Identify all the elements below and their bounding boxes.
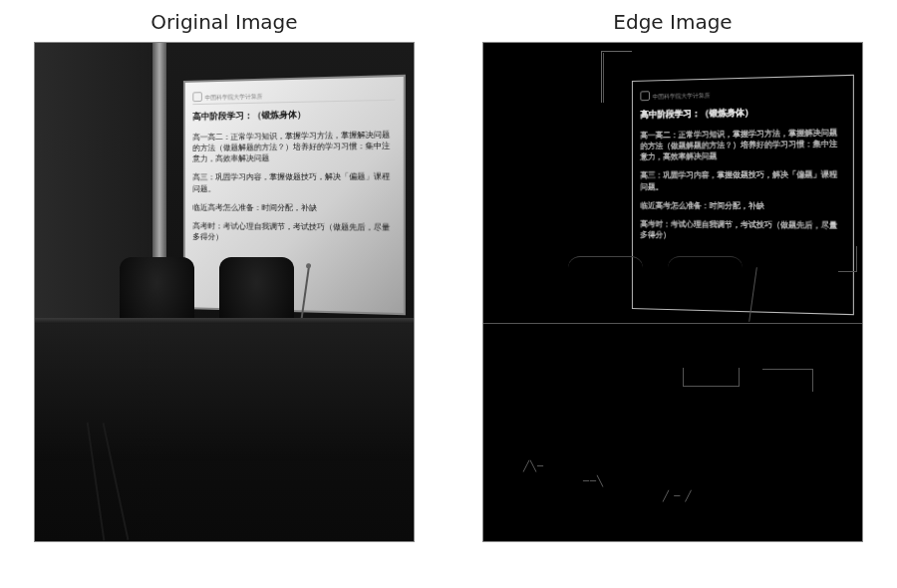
edge-slide-p1: 高一高二：正常学习知识，掌握学习方法，掌握解决问题的方法（做题解题的方法？）培养…	[640, 127, 844, 162]
edge-noise-3: ╱ ─ ╱	[663, 490, 692, 501]
edge-slide-p3: 临近高考怎么准备：时间分配，补缺	[640, 200, 844, 212]
desk	[35, 322, 414, 461]
edge-corner-top	[601, 51, 632, 87]
slide-p3: 临近高考怎么准备：时间分配，补缺	[192, 202, 395, 214]
edge-chair-left	[568, 256, 643, 342]
slide-p4: 高考时：考试心理自我调节，考试技巧（做题先后，尽量多得分）	[192, 220, 395, 244]
edge-desk-detail-2	[762, 369, 813, 392]
edge-slide-heading: 高中阶段学习：（锻炼身体）	[640, 105, 844, 122]
edge-title: Edge Image	[613, 10, 732, 34]
slide-p1: 高一高二：正常学习知识，掌握学习方法，掌握解决问题的方法（做题解题的方法？）培养…	[192, 129, 395, 164]
edge-slide-logo: 中国科学院大学计算所	[640, 86, 844, 103]
figure-container: Original Image 中国科学院大学计算所 高中阶段学习：（锻炼身体） …	[0, 0, 897, 588]
original-image: 中国科学院大学计算所 高中阶段学习：（锻炼身体） 高一高二：正常学习知识，掌握学…	[34, 42, 415, 542]
edge-desk-detail-1	[683, 368, 740, 387]
slide-heading: 高中阶段学习：（锻炼身体）	[192, 107, 395, 124]
edge-pillar	[601, 53, 604, 103]
slide-p2: 高三：巩固学习内容，掌握做题技巧，解决「偏题」课程问题。	[192, 171, 395, 194]
edge-slide-p4: 高考时：考试心理自我调节，考试技巧（做题先后，尽量多得分）	[640, 218, 844, 242]
original-panel: Original Image 中国科学院大学计算所 高中阶段学习：（锻炼身体） …	[25, 10, 424, 542]
edge-panel: Edge Image 中国科学院大学计算所 高中阶段学习：（锻炼身体） 高一高二…	[473, 10, 872, 542]
original-title: Original Image	[150, 10, 297, 34]
edge-detail-right	[838, 246, 857, 272]
edge-slide-p2: 高三：巩固学习内容，掌握做题技巧，解决「偏题」课程问题。	[640, 169, 844, 192]
edge-image: 中国科学院大学计算所 高中阶段学习：（锻炼身体） 高一高二：正常学习知识，掌握学…	[482, 42, 863, 542]
edge-chair-right	[668, 256, 743, 342]
edge-noise-2: ──╲	[583, 475, 604, 486]
projection-screen: 中国科学院大学计算所 高中阶段学习：（锻炼身体） 高一高二：正常学习知识，掌握学…	[183, 75, 406, 315]
edge-projection-screen: 中国科学院大学计算所 高中阶段学习：（锻炼身体） 高一高二：正常学习知识，掌握学…	[632, 75, 854, 315]
slide-logo: 中国科学院大学计算所	[192, 87, 395, 105]
edge-noise-1: ╱╲─	[523, 460, 544, 471]
